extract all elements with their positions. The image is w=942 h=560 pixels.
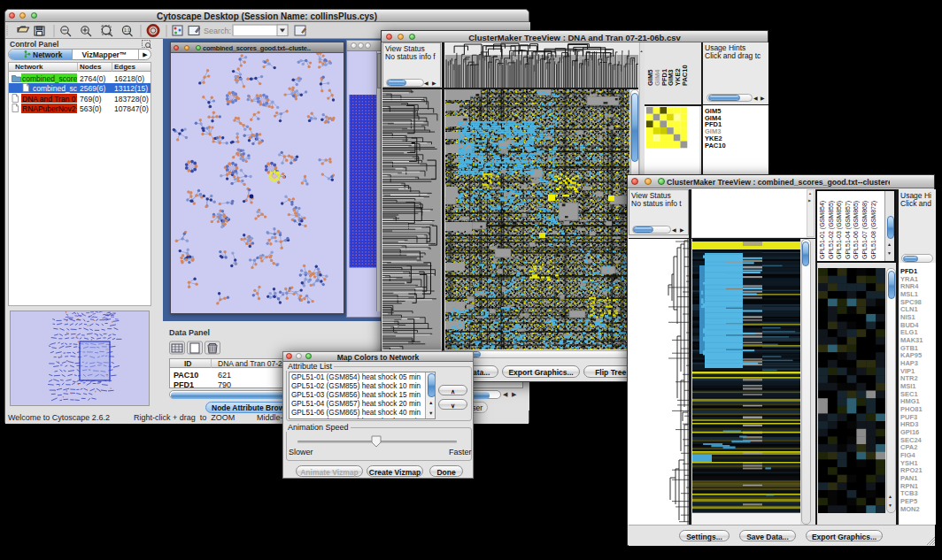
- svg-text:Search:: Search:: [204, 27, 231, 35]
- svg-text:1:1: 1:1: [124, 27, 130, 33]
